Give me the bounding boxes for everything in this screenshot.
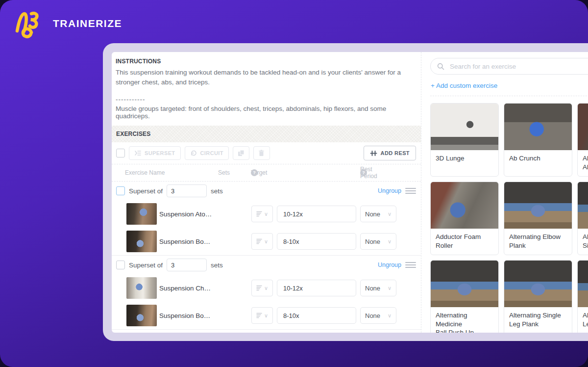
exercise-card[interactable]: Alternating SingleLeg Plank (504, 260, 572, 333)
sets-count-input[interactable] (167, 259, 207, 271)
exercise-image (578, 182, 588, 229)
target-input[interactable] (277, 206, 356, 222)
rest-value: None (365, 312, 380, 319)
ungroup-link[interactable]: Ungroup (378, 187, 401, 194)
label-line: Ball Push Up (436, 329, 474, 333)
exercise-card-label: Ab Crunch (504, 150, 572, 174)
sort-lines-icon (256, 211, 263, 217)
exercise-image (431, 261, 498, 307)
target-input[interactable] (277, 280, 356, 296)
brand-logo: TRAINERIZE (15, 9, 122, 38)
column-exercise-name: Exercise Name (125, 169, 165, 176)
target-type-dropdown[interactable]: ∨ (251, 307, 273, 324)
sets-count-input[interactable] (167, 184, 207, 197)
exercise-image (431, 182, 498, 229)
exercise-card[interactable]: AlteLeg (577, 260, 588, 333)
copy-button[interactable] (233, 146, 249, 160)
delete-button[interactable] (253, 146, 270, 160)
target-type-dropdown[interactable]: ∨ (251, 206, 273, 222)
trainerize-monogram-icon (15, 9, 46, 38)
exercise-name[interactable]: Suspension Ch… (159, 285, 211, 292)
target-input[interactable] (277, 307, 356, 324)
label-line: Ab Crunch (509, 155, 540, 162)
exercise-name[interactable]: Suspension Bo… (159, 312, 210, 319)
exercise-card[interactable]: Ab Crunch (504, 103, 572, 177)
label-line: 3D Lunge (436, 155, 465, 162)
exercise-row: Suspension Bo… ∨ None ∨ (112, 228, 421, 255)
label-line: Ab (583, 155, 588, 162)
superset-button[interactable]: SUPERSET (129, 146, 181, 160)
superset-icon (134, 150, 142, 157)
instructions-section: INSTRUCTIONS This suspension training wo… (112, 52, 421, 120)
group-header: Superset of sets Ungroup (112, 330, 421, 333)
label-line: Leg (583, 320, 588, 328)
sets-suffix-label: sets (211, 262, 223, 269)
group-header: Superset of sets Ungroup (112, 256, 421, 274)
rest-period-select[interactable]: None ∨ (360, 233, 396, 250)
rest-period-select[interactable]: None ∨ (360, 307, 396, 324)
exercise-card-grid: 3D Lunge Ab Crunch AbAbo Adductor FoamRo… (430, 103, 588, 333)
rest-period-select[interactable]: None ∨ (360, 280, 396, 296)
exercise-search-box[interactable] (430, 58, 588, 75)
exercise-card[interactable]: Alternating ElbowPlank (504, 182, 572, 255)
muscle-groups-text: Muscle groups targeted: front of shoulde… (116, 105, 408, 120)
rest-value: None (365, 285, 380, 292)
exercise-card[interactable]: AbAbo (577, 103, 588, 177)
group-checkbox[interactable] (116, 261, 125, 269)
exercise-row: Suspension Bo… ∨ None ∨ (112, 302, 421, 329)
chevron-down-icon: ∨ (264, 238, 268, 245)
exercise-card[interactable]: Alternating MedicineBall Push Up (430, 260, 499, 333)
drag-handle-icon[interactable] (405, 187, 416, 194)
exercise-image (504, 182, 572, 229)
rest-value: None (365, 238, 380, 245)
target-info-icon[interactable]: ? (251, 169, 258, 176)
chevron-down-icon: ∨ (264, 285, 268, 291)
drag-handle-icon[interactable] (405, 262, 416, 268)
label-line: Adductor Foam (436, 233, 481, 240)
exercise-thumbnail[interactable] (126, 231, 157, 252)
rest-value: None (365, 210, 380, 218)
circuit-label: CIRCUIT (200, 150, 223, 156)
label-line: Sin (583, 242, 588, 249)
copy-icon (238, 150, 245, 157)
exercise-card[interactable]: AlteSin (577, 182, 588, 255)
label-line: Roller (436, 242, 453, 249)
add-custom-exercise-link[interactable]: + Add custom exercise (431, 82, 497, 89)
exercise-card-label: 3D Lunge (431, 150, 498, 174)
exercise-thumbnail[interactable] (126, 305, 157, 326)
exercise-thumbnail[interactable] (126, 203, 157, 225)
select-all-checkbox[interactable] (116, 149, 125, 157)
exercise-thumbnail[interactable] (126, 277, 157, 299)
exercise-row: Suspension Ato… ∨ None ∨ (112, 200, 421, 228)
exercise-card[interactable]: Adductor FoamRoller (430, 182, 499, 255)
rest-info-icon[interactable]: ? (360, 169, 367, 176)
exercise-card-label: Alternating ElbowPlank (504, 229, 572, 255)
exercise-card[interactable]: 3D Lunge (430, 103, 499, 177)
group-checkbox[interactable] (116, 186, 125, 195)
exercise-card-label: AlteLeg (578, 307, 588, 333)
app-window: TRAINERIZE INSTRUCTIONS This suspension … (0, 0, 588, 367)
exercise-image (504, 261, 572, 307)
workout-builder-card: INSTRUCTIONS This suspension training wo… (103, 43, 588, 341)
superset-of-label: Superset of (129, 187, 163, 195)
ungroup-link[interactable]: Ungroup (378, 262, 401, 268)
sort-lines-icon (256, 313, 263, 318)
label-line: Alternating Elbow (509, 233, 561, 240)
circuit-button[interactable]: CIRCUIT (185, 146, 229, 160)
exercise-name[interactable]: Suspension Ato… (159, 210, 212, 218)
sort-lines-icon (256, 285, 263, 291)
chevron-down-icon: ∨ (264, 211, 268, 217)
superset-group-2: Superset of sets Ungroup Suspension Ch… … (112, 256, 421, 330)
target-input[interactable] (277, 233, 356, 250)
rest-period-select[interactable]: None ∨ (360, 206, 396, 222)
target-type-dropdown[interactable]: ∨ (251, 233, 273, 250)
add-rest-button[interactable]: ADD REST (364, 146, 416, 160)
search-input[interactable] (449, 62, 588, 71)
library-divider (430, 96, 588, 96)
exercise-library-column: + Add custom exercise 3D Lunge Ab Crunch… (421, 52, 588, 333)
exercise-toolbar: SUPERSET CIRCUIT (112, 142, 421, 164)
chevron-down-icon: ∨ (264, 313, 268, 319)
exercise-name[interactable]: Suspension Bo… (159, 238, 210, 245)
exercises-section-header: EXERCISES (112, 126, 421, 142)
target-type-dropdown[interactable]: ∨ (251, 280, 273, 296)
